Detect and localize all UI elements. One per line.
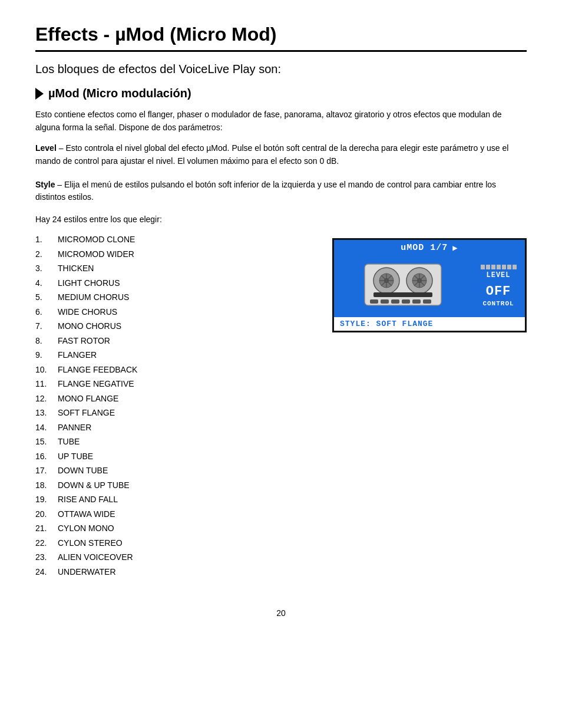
list-num: 2. xyxy=(35,247,58,262)
list-label: UP TUBE xyxy=(58,449,93,464)
list-item: 22.CYLON STEREO xyxy=(35,536,315,551)
list-num: 12. xyxy=(35,391,58,406)
list-num: 10. xyxy=(35,363,58,377)
list-label: MICROMOD CLONE xyxy=(58,232,135,247)
list-label: WIDE CHORUS xyxy=(58,305,117,319)
list-item: 5.MEDIUM CHORUS xyxy=(35,290,315,305)
list-label: FAST ROTOR xyxy=(58,334,110,348)
list-num: 23. xyxy=(35,550,58,565)
list-label: DOWN TUBE xyxy=(58,463,108,478)
style-list: 1.MICROMOD CLONE2.MICROMOD WIDER3.THICKE… xyxy=(35,232,315,579)
list-num: 16. xyxy=(35,449,58,464)
control-sublabel: CONTROL xyxy=(482,300,514,307)
list-num: 15. xyxy=(35,434,58,449)
tape-machine-icon xyxy=(362,258,444,317)
list-item: 16.UP TUBE xyxy=(35,449,315,464)
list-item: 6.WIDE CHORUS xyxy=(35,305,315,319)
list-label: PANNER xyxy=(58,420,91,435)
list-item: 3.THICKEN xyxy=(35,261,315,276)
list-item: 9.FLANGER xyxy=(35,348,315,363)
list-item: 24.UNDERWATER xyxy=(35,565,315,579)
level-bar-4 xyxy=(497,265,501,269)
list-num: 4. xyxy=(35,276,58,291)
list-num: 5. xyxy=(35,290,58,305)
style-list-col: 1.MICROMOD CLONE2.MICROMOD WIDER3.THICKE… xyxy=(35,232,315,579)
list-item: 19.RISE AND FALL xyxy=(35,492,315,507)
list-label: UNDERWATER xyxy=(58,565,116,579)
list-label: RISE AND FALL xyxy=(58,492,118,507)
content-row: 1.MICROMOD CLONE2.MICROMOD WIDER3.THICKE… xyxy=(35,232,527,579)
off-label: OFF xyxy=(486,285,511,298)
list-label: TUBE xyxy=(58,434,80,449)
list-num: 14. xyxy=(35,420,58,435)
list-label: LIGHT CHORUS xyxy=(58,276,120,291)
style-param-text: – Elija el menú de estilos pulsando el b… xyxy=(35,180,496,202)
level-bar-6 xyxy=(507,265,511,269)
list-label: FLANGE FEEDBACK xyxy=(58,363,137,377)
styles-intro: Hay 24 estilos entre los que elegir: xyxy=(35,215,527,224)
list-num: 9. xyxy=(35,348,58,363)
level-label: LEVEL xyxy=(486,271,510,279)
list-label: FLANGE NEGATIVE xyxy=(58,377,134,391)
list-label: ALIEN VOICEOVER xyxy=(58,550,133,565)
list-num: 1. xyxy=(35,232,58,247)
list-num: 18. xyxy=(35,478,58,493)
off-control: OFF CONTROL xyxy=(482,285,514,307)
list-item: 10.FLANGE FEEDBACK xyxy=(35,363,315,377)
svg-rect-20 xyxy=(412,299,421,304)
triangle-icon xyxy=(35,88,44,100)
list-item: 7.MONO CHORUS xyxy=(35,319,315,334)
list-item: 13.SOFT FLANGE xyxy=(35,406,315,420)
level-bar-3 xyxy=(491,265,495,269)
list-item: 21.CYLON MONO xyxy=(35,521,315,536)
section-header: µMod (Micro modulación) xyxy=(35,87,527,100)
screen-top-bar-text: uMOD 1/7 xyxy=(401,243,448,253)
device-screen: uMOD 1/7 ▶ xyxy=(332,238,527,332)
svg-rect-18 xyxy=(391,299,399,304)
level-bar-5 xyxy=(502,265,506,269)
list-item: 11.FLANGE NEGATIVE xyxy=(35,377,315,391)
svg-rect-15 xyxy=(373,292,432,297)
list-num: 3. xyxy=(35,261,58,276)
screen-bottom-bar-text: STYLE: SOFT FLANGE xyxy=(340,319,433,328)
list-item: 18.DOWN & UP TUBE xyxy=(35,478,315,493)
device-screen-wrapper: uMOD 1/7 ▶ xyxy=(332,238,527,332)
subtitle: Los bloques de efectos del VoiceLive Pla… xyxy=(35,62,527,76)
screen-left xyxy=(334,255,472,317)
list-label: CYLON MONO xyxy=(58,521,114,536)
screen-main: LEVEL OFF CONTROL xyxy=(334,255,525,317)
page-number: 20 xyxy=(35,608,527,618)
list-item: 15.TUBE xyxy=(35,434,315,449)
list-label: MICROMOD WIDER xyxy=(58,247,134,262)
level-bar-7 xyxy=(513,265,517,269)
list-item: 23.ALIEN VOICEOVER xyxy=(35,550,315,565)
screen-top-bar: uMOD 1/7 ▶ xyxy=(334,240,525,255)
list-item: 20.OTTAWA WIDE xyxy=(35,507,315,522)
screen-right: LEVEL OFF CONTROL xyxy=(472,255,525,317)
list-label: SOFT FLANGE xyxy=(58,406,115,420)
list-num: 22. xyxy=(35,536,58,551)
section-header-text: µMod (Micro modulación) xyxy=(48,87,191,100)
list-label: DOWN & UP TUBE xyxy=(58,478,130,493)
list-num: 8. xyxy=(35,334,58,348)
list-item: 14.PANNER xyxy=(35,420,315,435)
svg-rect-16 xyxy=(370,299,378,304)
list-num: 17. xyxy=(35,463,58,478)
screen-bottom-bar: STYLE: SOFT FLANGE xyxy=(334,317,525,331)
list-num: 6. xyxy=(35,305,58,319)
list-label: MONO CHORUS xyxy=(58,319,121,334)
level-control: LEVEL xyxy=(481,265,517,279)
svg-rect-21 xyxy=(423,299,431,304)
list-num: 19. xyxy=(35,492,58,507)
style-param-section: Style – Elija el menú de estilos pulsand… xyxy=(35,179,527,204)
list-item: 1.MICROMOD CLONE xyxy=(35,232,315,247)
list-item: 12.MONO FLANGE xyxy=(35,391,315,406)
level-bars xyxy=(481,265,517,269)
page-title: Effects - µMod (Micro Mod) xyxy=(35,24,527,52)
style-param-bold: Style xyxy=(35,180,55,189)
list-num: 20. xyxy=(35,507,58,522)
list-label: MEDIUM CHORUS xyxy=(58,290,129,305)
level-param-section: Level – Esto controla el nivel global de… xyxy=(35,142,527,167)
list-num: 13. xyxy=(35,406,58,420)
list-item: 8.FAST ROTOR xyxy=(35,334,315,348)
